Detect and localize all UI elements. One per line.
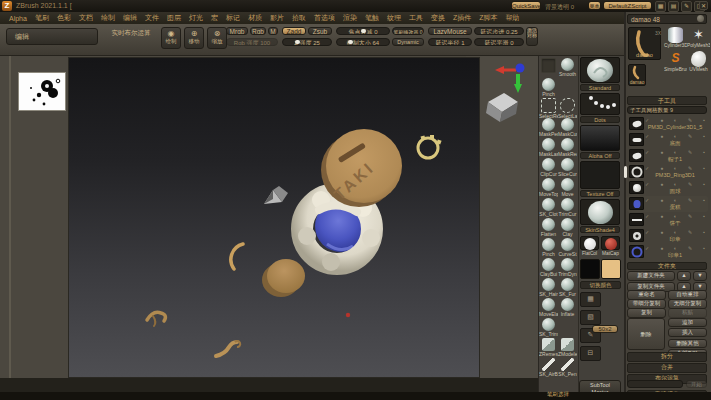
brush-item[interactable]: ZRemesh <box>539 338 558 358</box>
paste-button[interactable]: 粘贴 <box>668 308 707 318</box>
doc-half-chip[interactable]: 50x2 <box>592 325 618 333</box>
polypaint-icon[interactable]: ◐ <box>674 197 677 204</box>
quicksave-button[interactable]: QuickSave <box>511 1 541 10</box>
polypaint-icon[interactable]: ◐ <box>674 245 677 252</box>
default-zscript-button[interactable]: DefaultZScript <box>603 1 652 10</box>
polypaint-icon[interactable]: ◐ <box>674 149 677 156</box>
dynamic-button[interactable]: Dynamic <box>392 38 424 46</box>
brush-item[interactable]: SliceCur <box>558 158 577 178</box>
menu-item[interactable]: 绘制 <box>97 13 119 23</box>
polypaint-icon[interactable]: ◐ <box>674 229 677 236</box>
close-icon[interactable]: ✕ <box>699 1 708 10</box>
texture-name-label[interactable]: Texture Off <box>580 190 620 197</box>
check-icon[interactable]: ✓ <box>645 245 649 252</box>
recent-tool-item[interactable]: Cylinder3D <box>664 27 687 51</box>
transform-mode-button[interactable]: ⊗ 缩放 <box>207 27 227 49</box>
polypaint-icon[interactable]: ◐ <box>674 213 677 220</box>
sculpt-icon[interactable]: ✎ <box>688 213 692 220</box>
menu-item[interactable]: 变换 <box>427 13 449 23</box>
subtool-row[interactable]: ✓ ● ◐ ✎ ▪ 印章 <box>627 228 708 244</box>
menu-item[interactable]: Z插件 <box>449 13 475 23</box>
arrow-up-icon[interactable]: ▲ <box>677 271 691 281</box>
secondary-color-swatch[interactable] <box>601 259 621 279</box>
menu-item[interactable]: 纹理 <box>383 13 405 23</box>
menus-button[interactable]: 菜单 <box>588 1 601 10</box>
uv-icon[interactable]: ▪ <box>703 197 705 204</box>
visibility-icon[interactable]: ● <box>660 213 663 220</box>
subtool-row[interactable]: ✓ ● ◐ ✎ ▪ 饼干 <box>627 212 708 228</box>
menu-item[interactable]: 文档 <box>75 13 97 23</box>
menu-item[interactable]: Alpha <box>5 15 31 22</box>
check-icon[interactable]: ✓ <box>645 213 649 220</box>
slider-handle[interactable] <box>295 40 300 44</box>
brush-item[interactable]: Pinch <box>539 238 558 258</box>
brush-item[interactable]: MaskLas <box>539 138 558 158</box>
recent-tool-mini-thumbnail[interactable]: damao <box>628 64 646 86</box>
subtool-section-bar[interactable]: 拆分 <box>627 352 707 362</box>
menu-item[interactable]: 灯光 <box>185 13 207 23</box>
menu-item[interactable]: 拾取 <box>288 13 310 23</box>
flat-color-button[interactable] <box>580 236 599 250</box>
subtool-row[interactable]: ✓ ● ◐ ✎ ▪ 圆球 <box>627 180 708 196</box>
check-icon[interactable]: ✓ <box>645 229 649 236</box>
recent-tool-item[interactable]: UVMesh <box>687 51 710 75</box>
tool-header-bar[interactable]: damao 48 <box>627 14 707 24</box>
uv-icon[interactable]: ▪ <box>703 165 705 172</box>
menu-item[interactable]: 首选项 <box>310 13 339 23</box>
delete-button[interactable]: 删除 <box>627 318 665 350</box>
document-canvas[interactable]: TAKI <box>68 57 480 378</box>
window-tool-icon[interactable]: ✎ <box>681 1 692 12</box>
folder-action-button[interactable]: 新建文件夹 <box>627 271 675 281</box>
polypaint-icon[interactable]: ◐ <box>674 181 677 188</box>
lazy-smooth-slider[interactable]: 延迟平滑 0 <box>474 38 524 46</box>
edit-button[interactable]: 编辑 <box>6 28 98 45</box>
menu-item[interactable]: 帮助 <box>501 13 523 23</box>
brush-item[interactable]: ClayBui <box>539 258 558 278</box>
sculpt-icon[interactable]: ✎ <box>688 197 692 204</box>
sculpt-icon[interactable]: ✎ <box>688 117 692 124</box>
rgb-button[interactable]: Rgb <box>250 27 266 35</box>
left-tray-divider[interactable] <box>9 56 11 392</box>
main-color-swatch[interactable] <box>580 259 600 279</box>
stroke-button[interactable] <box>580 93 620 115</box>
recent-tool-item[interactable]: PolyMesh3D <box>687 27 710 51</box>
menu-item[interactable]: 文件 <box>141 13 163 23</box>
subtool-section-header[interactable]: 子工具 <box>627 96 707 105</box>
menu-item[interactable]: 宏 <box>207 13 222 23</box>
brush-item[interactable]: SK_AirB <box>539 358 558 378</box>
texture-button[interactable] <box>580 161 620 189</box>
subtool-stack-button[interactable]: 删除其他 <box>668 339 707 348</box>
brush-item[interactable]: SK_Pen <box>558 358 577 378</box>
material-button[interactable] <box>580 199 620 225</box>
brush-tray-footer[interactable]: 笔刷选择 <box>539 391 577 398</box>
visibility-icon[interactable]: ● <box>660 133 663 140</box>
brush-item[interactable] <box>539 58 558 78</box>
brush-item[interactable] <box>558 318 577 338</box>
twig-model[interactable] <box>147 312 165 326</box>
brush-item[interactable]: Move <box>558 178 577 198</box>
slider-handle[interactable] <box>348 40 353 44</box>
slider-handle[interactable] <box>361 29 366 33</box>
z-intensity-slider[interactable]: Z 强度 25 <box>282 38 332 46</box>
subtool-row[interactable]: ✓ ● ◐ ✎ ▪ 印章1 <box>627 244 708 260</box>
menu-item[interactable]: 图层 <box>163 13 185 23</box>
mrgb-button[interactable]: Mrgb <box>226 27 248 35</box>
lazymouse-button[interactable]: LazyMouse <box>428 27 472 35</box>
brush-name-label[interactable]: Standard <box>580 84 620 91</box>
brush-item[interactable]: Inflate <box>558 298 577 318</box>
subtool-row[interactable]: ✓ ● ◐ ✎ ▪ 蛋糕 <box>627 196 708 212</box>
brush-modifier-slider[interactable]: 笔刷修改器 0 <box>392 27 424 35</box>
menu-item[interactable]: 标记 <box>222 13 244 23</box>
uv-icon[interactable]: ▪ <box>703 245 705 252</box>
folders-bar[interactable]: 文件夹 <box>627 262 707 270</box>
uv-icon[interactable]: ▪ <box>703 229 705 236</box>
zadd-button[interactable]: Zadd <box>282 27 306 35</box>
stroke-name-label[interactable]: Dots <box>580 116 620 123</box>
brush-item[interactable]: Pinch <box>539 78 558 98</box>
arrow-down-icon[interactable]: ▼ <box>693 271 707 281</box>
shelf-tool-icon[interactable]: ▦ <box>580 292 601 307</box>
brush-item[interactable]: ZModele <box>558 338 577 358</box>
disc-model[interactable] <box>262 259 305 297</box>
brush-item[interactable]: Flatten <box>539 218 558 238</box>
check-icon[interactable]: ✓ <box>645 165 649 172</box>
